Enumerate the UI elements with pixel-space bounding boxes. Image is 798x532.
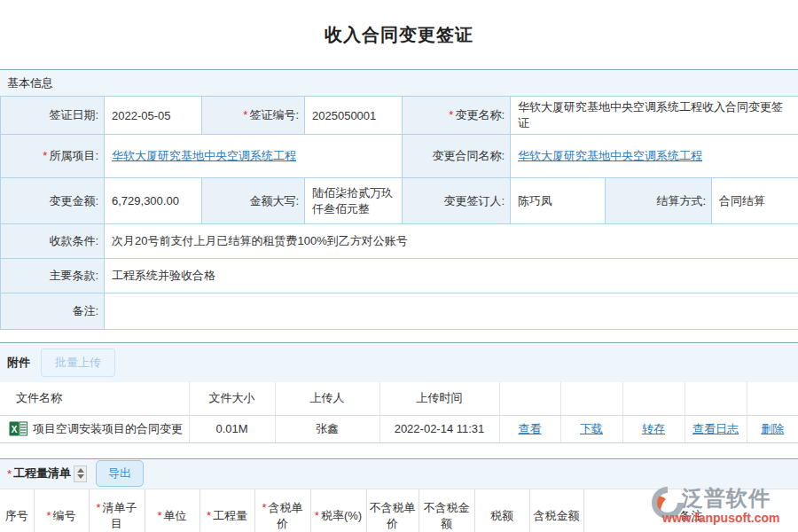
main-terms-value: 工程系统并验收合格 [105, 259, 798, 293]
required-mark: * [157, 509, 161, 522]
col-file-name: 文件名称 [0, 382, 189, 415]
boq-col-amount-with-tax: 含税金额 [529, 489, 583, 532]
contract-name-link[interactable]: 华软大厦研究基地中央空调系统工程 [518, 149, 702, 162]
form-row-1: 签证日期: 2022-05-05 *签证编号: 2025050001 *变更名称… [1, 97, 798, 135]
required-mark: * [43, 149, 47, 162]
boq-col-unit: *单位 [145, 489, 200, 532]
col-file-size: 文件大小 [189, 382, 275, 415]
form-row-4: 收款条件: 次月20号前支付上月已结算的租赁费100%到乙方对公账号 [1, 224, 798, 259]
sign-no-value: 2025050001 [305, 97, 403, 135]
signer-value: 陈巧凤 [511, 178, 606, 224]
page: 收入合同变更签证 基本信息 签证日期: 2022-05-05 *签证编号: 20… [0, 0, 798, 532]
excel-file-icon: X [9, 421, 27, 436]
change-name-value: 华软大厦研究基地中央空调系统工程收入合同变更签证 [511, 97, 798, 135]
boq-col-tax-rate: *税率(%) [310, 489, 366, 532]
sort-down-icon [77, 474, 84, 479]
attachment-row: X 项目空调安装项目的合同变更 0.01M 张鑫 2022-02-14 11:3… [0, 415, 798, 442]
required-mark: * [243, 108, 247, 121]
file-name-cell: X 项目空调安装项目的合同变更 [0, 415, 189, 442]
col-action-1 [499, 382, 560, 415]
boq-col-item: *清单子目 [89, 489, 145, 532]
page-title: 收入合同变更签证 [325, 23, 473, 47]
boq-header-row: 序号 *编号 *清单子目 *单位 *工程量 *含税单价 *税率(%) 不含税单价… [0, 489, 798, 532]
amount-value: 6,729,300.00 [105, 178, 202, 224]
delete-link[interactable]: 删除 [761, 422, 784, 435]
project-label: *所属项目: [1, 135, 105, 178]
action-delete-cell: 删除 [747, 415, 798, 442]
required-mark: * [46, 509, 51, 522]
contract-name-value: 华软大厦研究基地中央空调系统工程 [511, 135, 798, 178]
basic-info-table: 签证日期: 2022-05-05 *签证编号: 2025050001 *变更名称… [0, 96, 798, 330]
boq-col-seq: 序号 [0, 489, 34, 532]
sign-date-value: 2022-05-05 [105, 97, 202, 135]
col-action-5 [747, 382, 798, 415]
boq-col-amount-no-tax: 不含税金额 [419, 489, 474, 532]
payment-terms-value: 次月20号前支付上月已结算的租赁费100%到乙方对公账号 [105, 224, 798, 259]
action-viewlog-cell: 查看日志 [685, 415, 747, 442]
batch-upload-button[interactable]: 批量上传 [41, 348, 115, 377]
title-bar: 收入合同变更签证 [0, 0, 798, 69]
sort-toggle-icon[interactable] [74, 466, 87, 482]
form-row-5: 主要条款: 工程系统并验收合格 [1, 259, 798, 293]
boq-section-header: * 工程量清单 导出 [0, 458, 798, 489]
required-mark: * [315, 509, 319, 522]
sort-up-icon [77, 468, 84, 473]
required-mark: * [207, 509, 211, 522]
project-value: 华软大厦研究基地中央空调系统工程 [105, 135, 403, 178]
form-row-3: 变更金额: 6,729,300.00 金额大写: 陆佰柒拾贰万玖仟叁佰元整 变更… [1, 178, 798, 224]
basic-info-section-header: 基本信息 [0, 69, 798, 96]
contract-name-label: 变更合同名称: [403, 135, 511, 178]
amount-words-label: 金额大写: [202, 178, 305, 224]
download-link[interactable]: 下载 [580, 422, 603, 435]
boq-col-price-no-tax: 不含税单价 [366, 489, 419, 532]
remark-value [105, 293, 798, 330]
view-log-link[interactable]: 查看日志 [692, 422, 739, 435]
file-name-text: 项目空调安装项目的合同变更 [33, 421, 183, 437]
col-upload-time: 上传时间 [379, 382, 499, 415]
amount-label: 变更金额: [1, 178, 105, 224]
required-mark: * [96, 501, 100, 514]
boq-col-tax-amount: 税额 [474, 489, 529, 532]
change-name-label: *变更名称: [403, 97, 511, 135]
upload-time-cell: 2022-02-14 11:31 [379, 415, 499, 442]
col-action-3 [622, 382, 685, 415]
sign-date-label: 签证日期: [1, 97, 105, 135]
action-download-cell: 下载 [560, 415, 622, 442]
attachments-header-row: 文件名称 文件大小 上传人 上传时间 [0, 382, 798, 415]
settle-method-label: 结算方式: [606, 178, 712, 224]
boq-col-price-with-tax: *含税单价 [254, 489, 310, 532]
file-size-cell: 0.01M [189, 415, 275, 442]
svg-text:X: X [12, 425, 18, 434]
attachments-section-header: 附件 批量上传 [0, 342, 798, 382]
uploader-cell: 张鑫 [275, 415, 379, 442]
view-link[interactable]: 查看 [519, 422, 542, 435]
action-transfer-cell: 转存 [622, 415, 685, 442]
settle-method-value: 合同结算 [712, 178, 798, 224]
transfer-link[interactable]: 转存 [642, 422, 665, 435]
form-row-6: 备注: [1, 293, 798, 330]
boq-section-label: 工程量清单 [13, 466, 71, 481]
attachments-section-label: 附件 [7, 355, 30, 371]
basic-info-section-label: 基本信息 [7, 75, 53, 91]
remark-label: 备注: [1, 293, 105, 330]
boq-col-quantity: *工程量 [200, 489, 254, 532]
attachments-table: 文件名称 文件大小 上传人 上传时间 X [0, 382, 798, 443]
col-uploader: 上传人 [275, 382, 379, 415]
col-action-2 [560, 382, 622, 415]
required-mark: * [262, 501, 266, 514]
form-row-2: *所属项目: 华软大厦研究基地中央空调系统工程 变更合同名称: 华软大厦研究基地… [1, 135, 798, 178]
sign-no-label: *签证编号: [202, 97, 305, 135]
col-action-4 [685, 382, 747, 415]
signer-label: 变更签订人: [403, 178, 511, 224]
boq-col-remark: 备注 [583, 489, 798, 532]
amount-words-value: 陆佰柒拾贰万玖仟叁佰元整 [305, 178, 403, 224]
required-mark: * [7, 467, 12, 481]
required-mark: * [449, 108, 453, 121]
main-terms-label: 主要条款: [1, 259, 105, 293]
project-link[interactable]: 华软大厦研究基地中央空调系统工程 [112, 149, 296, 162]
boq-col-code: *编号 [34, 489, 89, 532]
payment-terms-label: 收款条件: [1, 224, 105, 259]
boq-table: 序号 *编号 *清单子目 *单位 *工程量 *含税单价 *税率(%) 不含税单价… [0, 489, 798, 532]
export-button[interactable]: 导出 [96, 460, 144, 487]
action-view-cell: 查看 [499, 415, 560, 442]
